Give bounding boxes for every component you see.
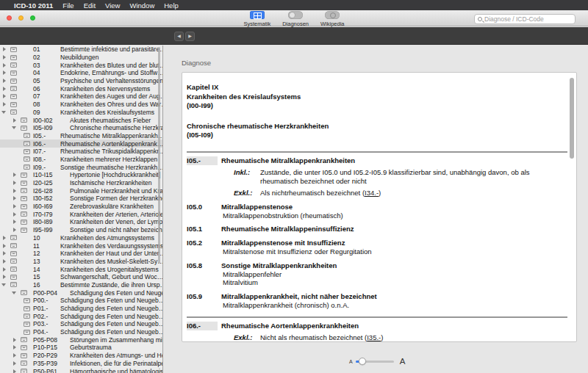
chevron-right-icon[interactable] [13, 361, 16, 366]
tree-row-I08.-[interactable]: I08.-Krankheiten mehrerer Herzklappen [0, 156, 162, 164]
tree-row-P03.-[interactable]: P03.-Schädigung des Feten und Neugeb… [0, 320, 162, 328]
chevron-right-icon[interactable] [3, 63, 6, 68]
disclosure-slot [0, 70, 10, 75]
chevron-right-icon[interactable] [13, 220, 16, 224]
tree-row-07[interactable]: 07Krankheiten des Auges und der Aug… [0, 93, 162, 101]
chevron-right-icon[interactable] [3, 275, 6, 279]
chevron-right-icon[interactable] [3, 94, 6, 98]
menubar-item-window[interactable]: Window [129, 1, 154, 10]
tree-row-I09.-[interactable]: I09.-Sonstige rheumatische Herzkrankh… [0, 163, 162, 171]
chevron-down-icon[interactable] [12, 126, 16, 129]
tree-row-P35-P39[interactable]: P35-P39Infektionen, die für die Perinata… [0, 360, 162, 368]
menubar-item-file[interactable]: File [62, 1, 74, 10]
tree-row-I05-I09[interactable]: I05-I09Chronische rheumatische Herzkran… [0, 124, 162, 132]
tree-row-I26-I28[interactable]: I26-I28Pulmonale Herzkrankheit und Krank… [0, 186, 162, 195]
chevron-right-icon[interactable] [13, 338, 16, 342]
tree-row-02[interactable]: 02Neubildungen [0, 54, 162, 62]
chevron-down-icon[interactable] [1, 111, 6, 114]
tree-row-04[interactable]: 04Endokrine, Ernährungs- und Stoffw… [0, 69, 162, 77]
search-input[interactable] [484, 15, 572, 23]
menubar-item-edit[interactable]: Edit [84, 1, 96, 10]
chevron-right-icon[interactable] [13, 204, 16, 209]
sidebar-scrollbar[interactable] [158, 47, 160, 264]
chevron-right-icon[interactable] [13, 228, 16, 232]
chevron-right-icon[interactable] [13, 345, 16, 350]
document-scrollbar[interactable] [570, 78, 574, 159]
chevron-right-icon[interactable] [3, 55, 6, 59]
tree-row-I95-I99[interactable]: I95-I99Sonstige und nicht näher bezeichn… [0, 226, 162, 234]
tree-row-I05.-[interactable]: I05.-Rheumatische Mitralklappenkrankh… [0, 132, 162, 140]
tree-item-label: Rheumatische Aortenklappenkrank… [60, 140, 162, 148]
tree-row-P02.-[interactable]: P02.-Schädigung des Feten und Neugeb… [0, 312, 162, 320]
chevron-right-icon[interactable] [3, 102, 6, 106]
tree-row-15[interactable]: 15Schwangerschaft, Geburt und Woc… [0, 273, 162, 281]
chevron-right-icon[interactable] [3, 259, 6, 264]
chevron-down-icon[interactable] [12, 291, 16, 294]
tree-row-08[interactable]: 08Krankheiten des Ohres und des War… [0, 101, 162, 109]
chevron-right-icon[interactable] [13, 369, 16, 373]
slider-track[interactable] [356, 361, 394, 363]
chevron-right-icon[interactable] [3, 236, 6, 240]
tree-row-12[interactable]: 12Krankheiten der Haut und der Unter… [0, 250, 162, 258]
tree-row-P00.-[interactable]: P00.-Schädigung des Feten und Neugeb… [0, 297, 162, 305]
chevron-right-icon[interactable] [3, 267, 6, 272]
tree-row-11[interactable]: 11Krankheiten des Verdauungssystems [0, 242, 162, 250]
back-button[interactable]: ◀ [174, 32, 184, 41]
tree-row-01[interactable]: 01Bestimmte infektiöse und parasitäre… [0, 46, 162, 54]
tree-row-05[interactable]: 05Psychische und Verhaltensstörungen [0, 77, 162, 85]
tree-row-03[interactable]: 03Krankheiten des Blutes und der blut… [0, 61, 162, 69]
chevron-right-icon[interactable] [13, 181, 16, 185]
tree-row-10[interactable]: 10Krankheiten des Atmungssystems [0, 234, 162, 242]
tree-row-P50-P61[interactable]: P50-P61Hämorrhagische und hämatologisc… [0, 367, 162, 373]
chevron-right-icon[interactable] [13, 173, 16, 177]
tree-row-P10-P15[interactable]: P10-P15Geburtstrauma [0, 344, 162, 352]
slider-knob[interactable] [359, 358, 366, 365]
category-folder-icon [10, 79, 17, 84]
diagnosis-code-link[interactable]: I35.- [367, 333, 381, 341]
chevron-right-icon[interactable] [13, 196, 16, 200]
tree-row-I06.-[interactable]: I06.-Rheumatische Aortenklappenkrank… [0, 140, 162, 148]
menubar-item-view[interactable]: View [105, 1, 120, 10]
chevron-right-icon[interactable] [13, 212, 16, 217]
chevron-right-icon[interactable] [13, 353, 16, 358]
toolbar-button-wikipedia[interactable]: Wikipedia [320, 11, 345, 27]
forward-button[interactable]: ▶ [185, 32, 195, 41]
chevron-right-icon[interactable] [3, 79, 6, 83]
disclosure-slot [0, 102, 10, 106]
tree-row-P05-P08[interactable]: P05-P08Störungen im Zusammenhang mit d… [0, 336, 162, 344]
tree-row-P20-P29[interactable]: P20-P29Krankheiten des Atmungs- und Her… [0, 352, 162, 360]
chevron-right-icon[interactable] [3, 47, 6, 51]
tree-row-I00-I02[interactable]: I00-I02Akutes rheumatisches Fieber [0, 116, 162, 124]
toolbar-button-systematik[interactable]: Systematik [243, 11, 270, 27]
category-folder-icon [24, 314, 30, 319]
toolbar-button-diagnosen[interactable]: Diagnosen [282, 11, 309, 27]
tree-row-I07.-[interactable]: I07.-Rheumatische Trikuspidalklappenkr… [0, 148, 162, 156]
menubar-item-help[interactable]: Help [164, 1, 179, 10]
chevron-right-icon[interactable] [13, 118, 16, 123]
app-menu-title[interactable]: ICD-10 2011 [14, 1, 53, 10]
tree-row-I60-I69[interactable]: I60-I69Zerebrovaskuläre Krankheiten [0, 203, 162, 211]
chevron-right-icon[interactable] [3, 87, 6, 91]
tree-row-I80-I89[interactable]: I80-I89Krankheiten der Venen, der Lymphg… [0, 218, 162, 226]
tree-item-code: P05-P08 [33, 336, 70, 344]
tree-row-P01.-[interactable]: P01.-Schädigung des Feten und Neugeb… [0, 305, 162, 313]
tree-row-I30-I52[interactable]: I30-I52Sonstige Formen der Herzkrankheit [0, 195, 162, 203]
tree-item-label: Krankheiten des Blutes und der blut… [60, 62, 162, 69]
tree-row-06[interactable]: 06Krankheiten des Nervensystems [0, 84, 162, 93]
tree-row-I10-I15[interactable]: I10-I15Hypertonie [Hochdruckkrankheit] [0, 171, 162, 179]
search-field[interactable] [474, 14, 576, 24]
tree-row-P04.-[interactable]: P04.-Schädigung des Feten und Neugeb… [0, 328, 162, 336]
tree-row-14[interactable]: 14Krankheiten des Urogenitalsystems [0, 265, 162, 273]
tree-row-16[interactable]: 16Bestimmte Zustände, die ihren Ursp… [0, 281, 162, 289]
tree-row-09[interactable]: 09Krankheiten des Kreislaufsystems [0, 109, 162, 117]
tree-row-I70-I79[interactable]: I70-I79Krankheiten der Arterien, Arterio… [0, 210, 162, 218]
tree-row-P00-P04[interactable]: P00-P04Schädigung des Feten und Neugeb… [0, 289, 162, 297]
chevron-right-icon[interactable] [3, 70, 6, 75]
diagnosis-code-link[interactable]: I34.- [365, 189, 379, 197]
chevron-right-icon[interactable] [13, 189, 16, 193]
chevron-down-icon[interactable] [1, 283, 6, 286]
tree-row-I20-I25[interactable]: I20-I25Ischämische Herzkrankheiten [0, 179, 162, 187]
chevron-right-icon[interactable] [3, 251, 6, 256]
tree-row-13[interactable]: 13Krankheiten des Muskel-Skelett-Sy… [0, 258, 162, 266]
chevron-right-icon[interactable] [3, 244, 6, 248]
